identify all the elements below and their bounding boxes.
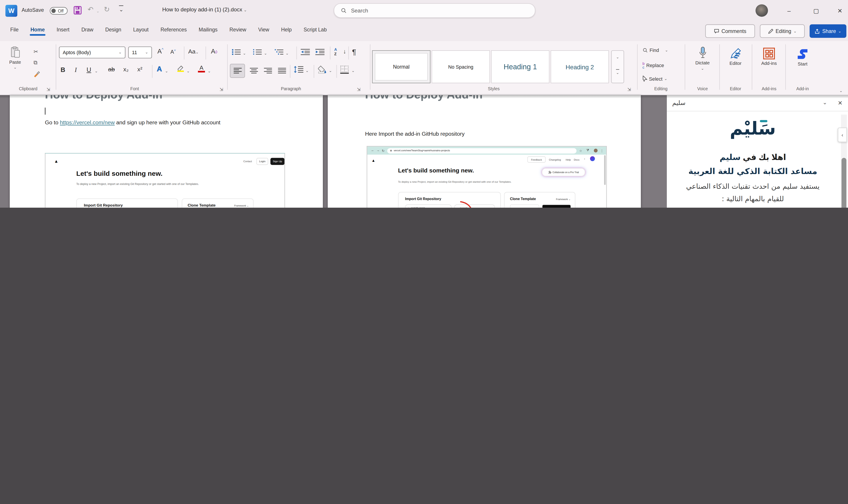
show-marks-button[interactable]: ¶ [352,48,356,56]
tab-insert[interactable]: Insert [51,22,75,37]
tab-home[interactable]: Home [24,22,51,37]
font-name-select[interactable]: Aptos (Body)⌄ [59,47,125,58]
tab-review[interactable]: Review [223,22,252,37]
save-icon[interactable] [74,6,82,15]
style-heading-1[interactable]: Heading 1 [491,50,549,83]
search-input[interactable]: Search [333,3,535,18]
highlight-chevron-icon[interactable]: ⌄ [186,69,190,73]
bullets-button[interactable] [232,49,241,55]
clear-formatting-button[interactable]: A◊ [211,48,217,55]
increase-indent-button[interactable] [315,49,324,55]
dictate-chevron-icon: ⌄ [690,67,715,71]
document-page-1[interactable]: How to Deploy Add-in Go to https://verce… [10,95,323,208]
undo-chevron-icon[interactable]: ⌄ [96,9,100,13]
embedded-screenshot-vercel-import[interactable]: ← → ↻ ◉vercel.com/new?teamSlug=aamirhusn… [367,146,607,208]
panel-scrollbar-thumb[interactable] [842,158,846,208]
panel-close-icon[interactable]: ✕ [838,100,843,106]
format-painter-button[interactable] [33,70,40,77]
find-button[interactable]: Find⌄ [643,48,668,53]
tab-references[interactable]: References [155,22,193,37]
avatar[interactable] [756,4,768,17]
bullets-chevron-icon[interactable]: ⌄ [243,52,246,56]
copy-button[interactable]: ⧉ [33,59,37,66]
tab-script-lab[interactable]: Script Lab [297,22,332,37]
font-size-select[interactable]: 11⌄ [128,47,152,58]
align-left-button[interactable] [230,64,245,78]
document-page-2[interactable]: How to Deploy Add-in Here Import the add… [328,95,641,208]
panel-collapse-handle[interactable]: ‹ [838,128,847,142]
text-effects-chevron-icon[interactable]: ⌄ [165,69,168,73]
share-button[interactable]: Share⌄ [810,24,846,38]
minimize-button[interactable]: – [780,0,798,22]
tab-mailings[interactable]: Mailings [193,22,223,37]
text-effects-button[interactable]: A [157,65,162,73]
font-dialog-launcher[interactable]: ⇲ [219,87,223,92]
tab-view[interactable]: View [252,22,275,37]
paste-button[interactable]: Paste ⌄ [4,46,26,81]
line-spacing-chevron-icon[interactable]: ⌄ [306,69,309,73]
tab-design[interactable]: Design [100,22,127,37]
paragraph-dialog-launcher[interactable]: ⇲ [357,87,361,92]
multilevel-list-button[interactable] [275,49,284,55]
subscript-button[interactable]: x₂ [123,66,129,72]
quick-access-customize-icon[interactable]: ⌄ [119,5,124,13]
select-button[interactable]: Select⌄ [643,76,667,82]
underline-chevron-icon[interactable]: ⌄ [95,69,98,73]
replace-button[interactable]: bc Replace [643,62,664,69]
justify-button[interactable] [276,66,287,76]
panel-menu-chevron-icon[interactable]: ⌄ [823,100,827,106]
font-color-chevron-icon[interactable]: ⌄ [208,69,211,73]
numbering-chevron-icon[interactable]: ⌄ [264,52,267,56]
decrease-indent-button[interactable] [301,49,310,55]
editing-mode-dropdown[interactable]: Editing⌄ [760,24,805,38]
tab-layout[interactable]: Layout [127,22,155,37]
borders-chevron-icon[interactable]: ⌄ [351,69,355,73]
comments-button[interactable]: Comments [705,24,755,38]
sort-button[interactable]: A↓Z [334,48,346,56]
clone-template-card: Clone Template Framework ⌄ NEXT. ● Next.… [182,199,254,208]
multilevel-chevron-icon[interactable]: ⌄ [286,52,289,56]
tab-help[interactable]: Help [275,22,298,37]
style-no-spacing[interactable]: No Spacing [431,50,490,83]
document-title[interactable]: How to deploy add-in (1) (2).docx ⌄ [162,6,247,13]
ribbon-collapse-icon[interactable]: ⌄ [839,89,843,93]
clipboard-dialog-launcher[interactable]: ⇲ [47,87,50,92]
highlight-button[interactable] [176,65,185,72]
style-heading-2[interactable]: Heading 2 [551,50,609,83]
borders-button[interactable] [340,66,349,74]
superscript-button[interactable]: x² [137,66,142,72]
line-spacing-button[interactable] [294,66,304,73]
editing-chevron-icon: ⌄ [793,29,796,33]
cut-button[interactable]: ✂ [33,49,38,55]
embedded-screenshot-vercel-signup[interactable]: ▲ Contact Login Sign Up Let's build some… [45,153,285,208]
tab-file[interactable]: File [4,22,24,37]
word-app-icon[interactable]: W [5,5,17,17]
shading-chevron-icon[interactable]: ⌄ [329,69,332,73]
strikethrough-button[interactable]: ab [108,66,115,72]
grow-font-button[interactable]: A^ [157,48,163,55]
style-normal[interactable]: Normal [372,50,431,83]
font-color-button[interactable]: A [198,65,205,72]
italic-button[interactable]: I [75,66,77,74]
restore-button[interactable]: ▢ [807,0,826,22]
tab-draw[interactable]: Draw [75,22,99,37]
script-lab-start-button[interactable]: Start [789,48,816,67]
autosave-toggle[interactable]: Off [50,7,68,15]
font-group-label: Font [102,87,167,91]
dictate-button[interactable]: Dictate ⌄ [690,47,715,71]
editor-button[interactable]: Editor [723,48,748,66]
addins-button[interactable]: Add-ins [755,48,783,66]
close-button[interactable]: ✕ [831,0,848,22]
numbering-button[interactable] [253,49,262,55]
undo-button[interactable]: ↶ [88,5,93,13]
underline-button[interactable]: U [87,66,91,73]
align-right-button[interactable] [262,66,273,76]
redo-button[interactable]: ↻ [104,5,110,13]
shading-button[interactable] [318,66,327,73]
hyperlink[interactable]: https://vercel.com/new [60,120,115,125]
bold-button[interactable]: B [60,66,65,73]
shrink-font-button[interactable]: A˅ [170,49,176,55]
change-case-button[interactable]: Aa⌄ [188,48,199,55]
styles-gallery-scroll[interactable]: ⌄ ⌄ [611,50,624,83]
align-center-button[interactable] [248,66,259,76]
